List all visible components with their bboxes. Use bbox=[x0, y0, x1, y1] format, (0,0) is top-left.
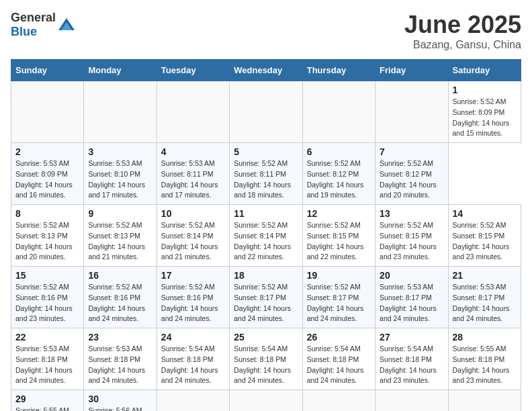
calendar-day-cell: 6Sunrise: 5:52 AMSunset: 8:12 PMDaylight… bbox=[302, 143, 375, 205]
day-info: Sunrise: 5:53 AMSunset: 8:18 PMDaylight:… bbox=[88, 345, 145, 384]
day-number: 27 bbox=[380, 332, 443, 342]
calendar-day-cell: 9Sunrise: 5:52 AMSunset: 8:13 PMDaylight… bbox=[84, 205, 157, 267]
day-info: Sunrise: 5:52 AMSunset: 8:16 PMDaylight:… bbox=[161, 283, 218, 322]
day-number: 9 bbox=[88, 208, 152, 219]
calendar-day-cell: 8Sunrise: 5:52 AMSunset: 8:13 PMDaylight… bbox=[11, 205, 84, 267]
calendar-day-cell bbox=[11, 81, 84, 143]
calendar-day-cell: 11Sunrise: 5:52 AMSunset: 8:14 PMDayligh… bbox=[230, 205, 302, 267]
day-number: 11 bbox=[234, 208, 298, 219]
header-row: SundayMondayTuesdayWednesdayThursdayFrid… bbox=[11, 60, 521, 81]
day-number: 17 bbox=[161, 270, 225, 281]
day-info: Sunrise: 5:52 AMSunset: 8:16 PMDaylight:… bbox=[15, 283, 73, 322]
day-of-week-header: Saturday bbox=[448, 60, 521, 81]
calendar-week-row: 8Sunrise: 5:52 AMSunset: 8:13 PMDaylight… bbox=[11, 205, 521, 267]
day-number: 15 bbox=[15, 270, 79, 281]
day-info: Sunrise: 5:53 AMSunset: 8:10 PMDaylight:… bbox=[88, 159, 145, 199]
day-of-week-header: Tuesday bbox=[157, 60, 229, 81]
calendar-week-row: 22Sunrise: 5:53 AMSunset: 8:18 PMDayligh… bbox=[11, 328, 521, 390]
day-number: 30 bbox=[88, 394, 152, 404]
calendar-week-row: 1Sunrise: 5:52 AMSunset: 8:09 PMDaylight… bbox=[11, 81, 521, 143]
day-info: Sunrise: 5:54 AMSunset: 8:18 PMDaylight:… bbox=[161, 345, 218, 384]
calendar-week-row: 29Sunrise: 5:55 AMSunset: 8:18 PMDayligh… bbox=[11, 390, 521, 412]
calendar-day-cell bbox=[230, 390, 302, 412]
day-number: 2 bbox=[15, 146, 79, 157]
day-of-week-header: Sunday bbox=[11, 60, 84, 81]
calendar-day-cell bbox=[157, 81, 229, 143]
calendar-day-cell bbox=[375, 81, 448, 143]
day-number: 20 bbox=[380, 270, 443, 281]
day-info: Sunrise: 5:52 AMSunset: 8:15 PMDaylight:… bbox=[453, 221, 510, 261]
calendar-title: June 2025 bbox=[404, 11, 521, 39]
calendar-table: SundayMondayTuesdayWednesdayThursdayFrid… bbox=[11, 59, 521, 411]
calendar-day-cell bbox=[230, 81, 302, 143]
calendar-day-cell bbox=[157, 390, 229, 412]
calendar-day-cell: 10Sunrise: 5:52 AMSunset: 8:14 PMDayligh… bbox=[157, 205, 229, 267]
day-info: Sunrise: 5:52 AMSunset: 8:17 PMDaylight:… bbox=[307, 283, 364, 322]
day-number: 22 bbox=[15, 332, 79, 342]
calendar-day-cell bbox=[302, 390, 375, 412]
calendar-day-cell bbox=[448, 390, 521, 412]
day-info: Sunrise: 5:55 AMSunset: 8:18 PMDaylight:… bbox=[453, 345, 510, 384]
day-number: 19 bbox=[307, 270, 371, 281]
day-number: 16 bbox=[88, 270, 152, 281]
day-info: Sunrise: 5:52 AMSunset: 8:11 PMDaylight:… bbox=[234, 159, 291, 199]
day-number: 10 bbox=[161, 208, 225, 219]
calendar-day-cell: 23Sunrise: 5:53 AMSunset: 8:18 PMDayligh… bbox=[84, 328, 157, 390]
day-number: 29 bbox=[15, 394, 79, 404]
calendar-day-cell: 17Sunrise: 5:52 AMSunset: 8:16 PMDayligh… bbox=[157, 267, 229, 328]
day-number: 6 bbox=[307, 146, 371, 157]
calendar-day-cell: 4Sunrise: 5:53 AMSunset: 8:11 PMDaylight… bbox=[157, 143, 229, 205]
calendar-day-cell: 16Sunrise: 5:52 AMSunset: 8:16 PMDayligh… bbox=[84, 267, 157, 328]
day-number: 21 bbox=[453, 270, 517, 281]
calendar-day-cell: 21Sunrise: 5:53 AMSunset: 8:17 PMDayligh… bbox=[448, 267, 521, 328]
calendar-day-cell: 25Sunrise: 5:54 AMSunset: 8:18 PMDayligh… bbox=[230, 328, 302, 390]
day-info: Sunrise: 5:52 AMSunset: 8:13 PMDaylight:… bbox=[15, 221, 73, 261]
calendar-day-cell: 1Sunrise: 5:52 AMSunset: 8:09 PMDaylight… bbox=[448, 81, 521, 143]
page-header: General Blue June 2025 Bazang, Gansu, Ch… bbox=[11, 11, 521, 51]
day-number: 18 bbox=[234, 270, 298, 281]
calendar-week-row: 15Sunrise: 5:52 AMSunset: 8:16 PMDayligh… bbox=[11, 267, 521, 328]
day-number: 1 bbox=[453, 85, 517, 95]
day-number: 4 bbox=[161, 146, 225, 157]
day-number: 3 bbox=[88, 146, 152, 157]
calendar-day-cell: 24Sunrise: 5:54 AMSunset: 8:18 PMDayligh… bbox=[157, 328, 229, 390]
day-number: 7 bbox=[380, 146, 443, 157]
day-number: 23 bbox=[88, 332, 152, 342]
day-of-week-header: Monday bbox=[84, 60, 157, 81]
day-info: Sunrise: 5:52 AMSunset: 8:12 PMDaylight:… bbox=[380, 159, 437, 199]
day-info: Sunrise: 5:52 AMSunset: 8:17 PMDaylight:… bbox=[234, 283, 291, 322]
calendar-day-cell: 30Sunrise: 5:56 AMSunset: 8:18 PMDayligh… bbox=[84, 390, 157, 412]
day-info: Sunrise: 5:52 AMSunset: 8:16 PMDaylight:… bbox=[88, 283, 145, 322]
calendar-day-cell: 2Sunrise: 5:53 AMSunset: 8:09 PMDaylight… bbox=[11, 143, 84, 205]
calendar-header: SundayMondayTuesdayWednesdayThursdayFrid… bbox=[11, 60, 521, 81]
day-info: Sunrise: 5:53 AMSunset: 8:17 PMDaylight:… bbox=[453, 283, 510, 322]
calendar-day-cell: 12Sunrise: 5:52 AMSunset: 8:15 PMDayligh… bbox=[302, 205, 375, 267]
calendar-day-cell bbox=[84, 81, 157, 143]
day-of-week-header: Wednesday bbox=[230, 60, 302, 81]
day-number: 24 bbox=[161, 332, 225, 342]
calendar-day-cell: 3Sunrise: 5:53 AMSunset: 8:10 PMDaylight… bbox=[84, 143, 157, 205]
day-number: 28 bbox=[453, 332, 517, 342]
day-info: Sunrise: 5:52 AMSunset: 8:12 PMDaylight:… bbox=[307, 159, 364, 199]
calendar-day-cell: 29Sunrise: 5:55 AMSunset: 8:18 PMDayligh… bbox=[11, 390, 84, 412]
day-number: 13 bbox=[380, 208, 443, 219]
logo-text: General Blue bbox=[11, 11, 56, 39]
day-of-week-header: Thursday bbox=[302, 60, 375, 81]
calendar-day-cell: 20Sunrise: 5:53 AMSunset: 8:17 PMDayligh… bbox=[375, 267, 448, 328]
day-info: Sunrise: 5:55 AMSunset: 8:18 PMDaylight:… bbox=[15, 406, 73, 411]
day-number: 26 bbox=[307, 332, 371, 342]
calendar-day-cell bbox=[375, 390, 448, 412]
day-info: Sunrise: 5:53 AMSunset: 8:09 PMDaylight:… bbox=[15, 159, 73, 199]
calendar-day-cell: 15Sunrise: 5:52 AMSunset: 8:16 PMDayligh… bbox=[11, 267, 84, 328]
day-info: Sunrise: 5:52 AMSunset: 8:14 PMDaylight:… bbox=[234, 221, 291, 261]
day-number: 12 bbox=[307, 208, 371, 219]
calendar-day-cell: 19Sunrise: 5:52 AMSunset: 8:17 PMDayligh… bbox=[302, 267, 375, 328]
calendar-day-cell: 26Sunrise: 5:54 AMSunset: 8:18 PMDayligh… bbox=[302, 328, 375, 390]
day-info: Sunrise: 5:52 AMSunset: 8:13 PMDaylight:… bbox=[88, 221, 145, 261]
calendar-day-cell: 5Sunrise: 5:52 AMSunset: 8:11 PMDaylight… bbox=[230, 143, 302, 205]
day-of-week-header: Friday bbox=[375, 60, 448, 81]
day-number: 25 bbox=[234, 332, 298, 342]
day-info: Sunrise: 5:52 AMSunset: 8:15 PMDaylight:… bbox=[307, 221, 364, 261]
day-info: Sunrise: 5:54 AMSunset: 8:18 PMDaylight:… bbox=[380, 345, 437, 384]
logo: General Blue bbox=[11, 11, 76, 39]
